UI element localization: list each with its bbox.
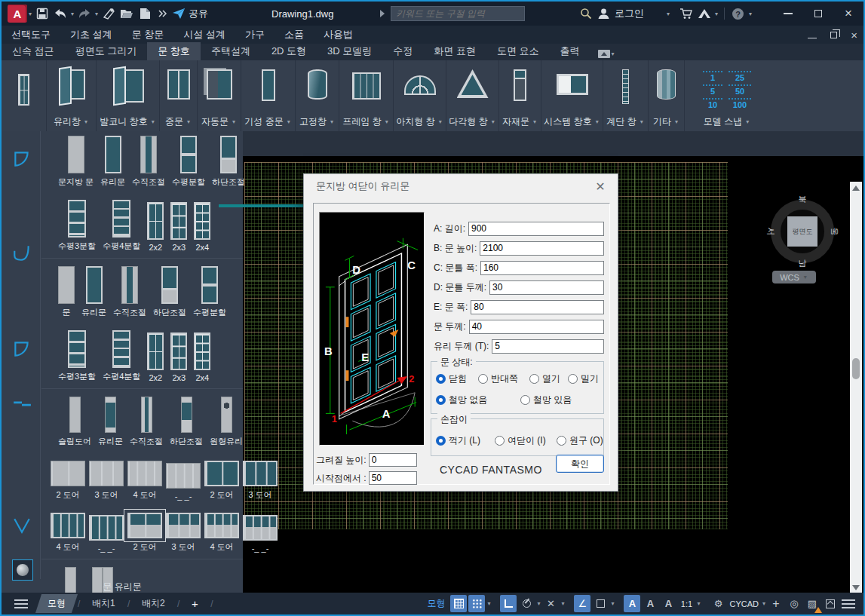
chevron-down-icon[interactable]: ▾ (486, 600, 492, 607)
curve-door-icon[interactable] (11, 243, 33, 262)
dialog-close-button[interactable]: ✕ (590, 177, 610, 195)
door-width-input[interactable] (471, 300, 604, 314)
snap-value[interactable]: 25 (729, 71, 751, 82)
chevron-down-icon[interactable]: ▾ (231, 118, 237, 125)
palette-item[interactable]: 수평분할 (172, 136, 205, 188)
plot-button[interactable] (100, 4, 118, 23)
undo-button[interactable] (51, 4, 69, 23)
scroll-down-icon[interactable] (852, 585, 860, 590)
ribbon-collapse-button[interactable]: ▾ (598, 50, 616, 58)
palette-item[interactable]: 2x3 (170, 202, 187, 252)
radio-open[interactable]: 열기 (529, 372, 560, 385)
chevron-down-icon[interactable]: ▾ (186, 118, 192, 125)
radio-lever-handle[interactable]: 꺽기 (L) (436, 434, 480, 447)
autodesk-app-button[interactable] (695, 4, 713, 23)
start-offset-input[interactable] (369, 471, 417, 485)
chevron-down-icon[interactable]: ▾ (83, 118, 89, 125)
ribbon-group-frame-window[interactable]: 프레임 창▾ (339, 60, 394, 131)
maximize-button[interactable] (803, 2, 833, 26)
workspace-switcher[interactable]: CYCAD (728, 595, 760, 612)
scroll-up-icon[interactable] (852, 185, 860, 191)
graphics-performance-button[interactable]: ▨ (804, 595, 821, 612)
chevron-down-icon[interactable]: ▾ (609, 600, 615, 607)
share-button[interactable]: 공유 (172, 4, 208, 23)
tab-plan-drawing[interactable]: 평면도 그리기 (65, 42, 148, 60)
draw-height-input[interactable] (369, 453, 417, 467)
chevron-down-icon[interactable]: ▾ (532, 118, 538, 125)
user-button[interactable] (595, 4, 613, 23)
radio-with-mesh[interactable]: 철망 있음 (520, 394, 572, 406)
palette-item[interactable]: 4 도어 (127, 461, 162, 501)
open-button[interactable] (118, 4, 136, 23)
customize-button[interactable]: + (768, 595, 784, 612)
palette-item[interactable]: 유리문 (98, 397, 123, 447)
palette-item[interactable]: 3 도어 (243, 461, 278, 501)
close-button[interactable]: × (833, 2, 863, 26)
chevron-down-icon[interactable]: ▾ (695, 600, 701, 607)
ribbon-group-arch-window[interactable]: 아치형 창▾ (394, 60, 446, 131)
new-file-button[interactable] (136, 4, 154, 23)
ribbon-group-ready-door[interactable]: 기성 중문▾ (241, 60, 296, 131)
chevron-down-icon[interactable]: ▾ (594, 118, 600, 125)
chevron-down-icon[interactable]: ▾ (69, 11, 75, 17)
door-swing-icon[interactable] (11, 339, 33, 359)
chevron-down-icon[interactable]: ▾ (535, 600, 541, 607)
tab-2d-shapes[interactable]: 2D 도형 (261, 42, 317, 60)
length-input[interactable] (468, 222, 604, 236)
menu-props[interactable]: 소품 (275, 28, 314, 41)
annotation-scale-value[interactable]: 1:1 (678, 595, 695, 612)
tab-door-window[interactable]: 문 창호 (147, 42, 201, 60)
chevron-down-icon[interactable]: ▾ (673, 118, 679, 125)
ribbon-group-middle-door[interactable]: 중문▾ (160, 60, 198, 131)
tab-display[interactable]: 화면 표현 (423, 42, 486, 60)
tab-3d-modeling[interactable]: 3D 모델링 (317, 42, 382, 60)
doc-minimize-button[interactable] (808, 28, 817, 41)
palette-item-selected[interactable]: 2 도어 (127, 513, 162, 553)
dynamic-input-button[interactable]: ∠ (574, 595, 590, 612)
palette-item[interactable]: 수직조절 (130, 397, 163, 447)
chevron-down-icon[interactable]: ▾ (744, 118, 750, 125)
selection-cycling-button[interactable] (592, 595, 609, 612)
palette-item[interactable]: -_ _- (243, 515, 278, 553)
help-button[interactable]: ? (729, 4, 747, 23)
palette-item[interactable]: 유리문 (100, 136, 125, 188)
radio-knob-handle[interactable]: 원구 (O) (557, 434, 603, 447)
door-height-input[interactable] (480, 241, 604, 256)
wcs-button[interactable]: WCS ▾ (772, 271, 816, 283)
tab-layout2[interactable]: 배치2 (130, 594, 177, 613)
radio-swing-handle[interactable]: 여닫이 (I) (495, 434, 546, 447)
redo-button[interactable] (75, 4, 94, 23)
chevron-down-icon[interactable]: ▾ (437, 118, 443, 125)
login-label[interactable]: 로그인 (615, 7, 644, 20)
palette-item[interactable]: 유리문 (81, 266, 106, 318)
palette-item[interactable]: -_ _- (166, 463, 201, 501)
ribbon-group-glass-window[interactable]: 유리창▾ (47, 60, 97, 131)
model-space-label[interactable]: 모형 (427, 597, 445, 610)
chevron-down-icon[interactable]: ▾ (665, 11, 671, 17)
chevron-down-icon[interactable]: ▾ (384, 118, 390, 125)
chevron-down-icon[interactable]: ▾ (761, 600, 767, 607)
chevron-down-icon[interactable]: ▾ (490, 118, 496, 125)
palette-item[interactable]: 슬림도어 (58, 397, 91, 447)
palette-item[interactable]: 2 도어 (204, 461, 239, 501)
snap-value[interactable]: 5 (703, 84, 722, 96)
chevron-down-icon[interactable]: ▾ (150, 118, 156, 125)
tab-drawing-elements[interactable]: 도면 요소 (486, 42, 550, 60)
annotation-visibility-button[interactable]: A (624, 595, 640, 612)
chevron-down-icon[interactable]: ▾ (639, 118, 645, 125)
more-tools-button[interactable] (154, 4, 172, 23)
palette-item[interactable]: 수평3분할 (58, 200, 96, 252)
menu-basic-design[interactable]: 기초 설계 (60, 28, 122, 41)
compass-south-label[interactable]: 남 (799, 258, 807, 269)
palette-item[interactable]: 하단조절 (153, 266, 186, 318)
tab-layout1[interactable]: 배치1 (80, 594, 127, 613)
compass-east-label[interactable]: 동 (829, 228, 840, 236)
minimize-button[interactable] (773, 2, 803, 26)
tab-house-design[interactable]: 주택설계 (201, 42, 261, 60)
door-thickness-input[interactable] (469, 320, 604, 334)
glass-thickness-input[interactable] (492, 339, 604, 354)
compass-west-label[interactable]: 서 (765, 228, 776, 236)
compass-plan-view-button[interactable]: 평면도 (787, 216, 817, 247)
ribbon-group-model-snap[interactable]: 1 25 5 50 10 100 모델 스냅▾ (685, 60, 769, 131)
settings-button[interactable]: ⚙ (710, 595, 726, 612)
